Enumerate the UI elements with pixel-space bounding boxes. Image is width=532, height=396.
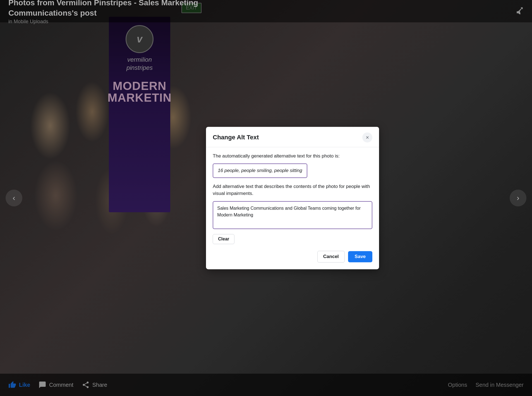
clear-button[interactable]: Clear xyxy=(213,234,234,244)
auto-text-intro: The automatically generated alternative … xyxy=(213,153,372,159)
modal-body: The automatically generated alternative … xyxy=(206,147,379,251)
save-button[interactable]: Save xyxy=(348,251,373,262)
clear-button-row: Clear xyxy=(213,234,372,244)
add-alt-label: Add alternative text that describes the … xyxy=(213,183,372,197)
modal-header: Change Alt Text × xyxy=(206,127,379,147)
cancel-button[interactable]: Cancel xyxy=(317,251,345,263)
modal-title: Change Alt Text xyxy=(213,134,259,141)
alt-text-textarea[interactable]: Sales Marketing Communications and Globa… xyxy=(213,201,372,229)
modal-close-button[interactable]: × xyxy=(362,132,372,142)
modal-overlay: Change Alt Text × The automatically gene… xyxy=(0,0,532,396)
close-icon: × xyxy=(366,134,369,141)
modal-footer: Cancel Save xyxy=(206,251,379,269)
auto-alt-text-display: 16 people, people smiling, people sittin… xyxy=(213,163,307,178)
change-alt-text-modal: Change Alt Text × The automatically gene… xyxy=(206,127,379,269)
